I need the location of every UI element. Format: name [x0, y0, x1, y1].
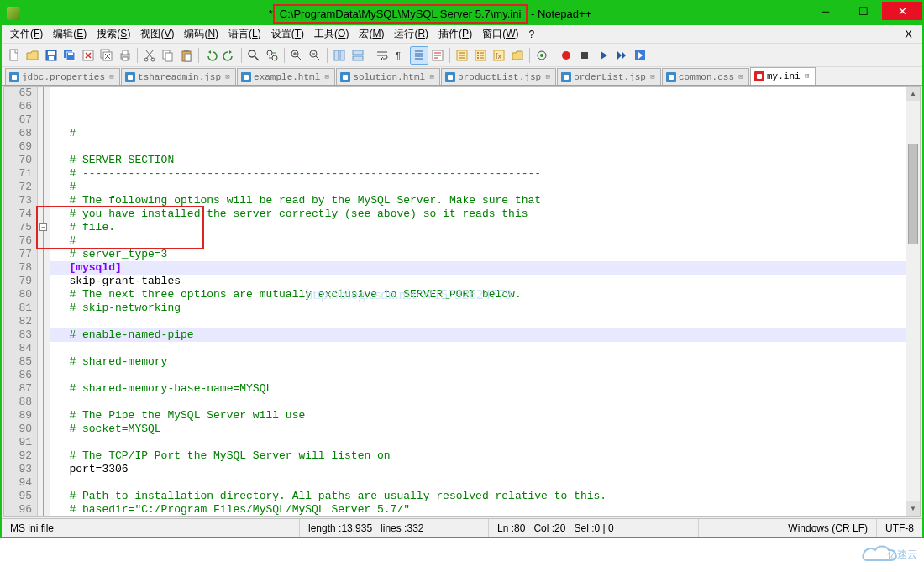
show-all-chars-icon[interactable]: ¶	[391, 46, 410, 65]
tab-close-icon[interactable]: ⊠	[648, 73, 657, 81]
code-line[interactable]: # server_type=3	[50, 248, 906, 261]
code-line[interactable]: [mysqld]	[50, 261, 906, 275]
tab-close-icon[interactable]: ⊠	[428, 73, 436, 81]
doc-map-icon[interactable]	[453, 46, 471, 65]
tab-close-icon[interactable]: ⊠	[223, 73, 232, 81]
menu-F[interactable]: 文件(F)	[5, 25, 48, 43]
redo-icon[interactable]	[220, 46, 239, 65]
tab-jdbc-properties[interactable]: jdbc.properties⊠	[5, 68, 120, 85]
code-line[interactable]: port=3306	[50, 463, 906, 476]
tab-close-icon[interactable]: ⊠	[108, 73, 116, 81]
code-line[interactable]	[50, 436, 906, 449]
code-line[interactable]: #	[50, 181, 906, 194]
tab-close-icon[interactable]: ⊠	[323, 73, 331, 81]
close-button[interactable]: ✕	[882, 2, 922, 20]
tab-close-icon[interactable]: ⊠	[737, 73, 745, 81]
code-line[interactable]	[50, 342, 906, 355]
scroll-up-icon[interactable]: ▲	[906, 87, 920, 101]
menu-T[interactable]: 设置(T)	[266, 25, 309, 43]
tab-productList-jsp[interactable]: productList.jsp⊠	[441, 68, 556, 85]
fold-toggle-icon[interactable]: −	[39, 223, 47, 231]
code-line[interactable]: # Path to installation directory. All pa…	[50, 490, 906, 503]
save-all-icon[interactable]	[60, 46, 79, 65]
close-all-icon[interactable]	[97, 46, 116, 65]
tab-close-icon[interactable]: ⊠	[803, 72, 811, 81]
monitor-icon[interactable]	[533, 46, 551, 65]
menu-M[interactable]: 宏(M)	[354, 25, 389, 43]
code-line[interactable]: # shared-memory	[50, 355, 906, 369]
tab-solution-html[interactable]: solution.html⊠	[336, 68, 440, 85]
code-line[interactable]: # The following options will be read by …	[50, 194, 906, 207]
tab-example-html[interactable]: example.html⊠	[237, 68, 335, 85]
scroll-down-icon[interactable]: ▼	[906, 501, 920, 516]
code-line[interactable]: # basedir="C:/Program Files/MySQL/MySQL …	[50, 503, 906, 516]
wordwrap-icon[interactable]	[373, 46, 391, 65]
code-line[interactable]	[50, 315, 906, 328]
stop-icon[interactable]	[575, 46, 594, 65]
tab-tshareadmin-jsp[interactable]: tshareadmin.jsp⊠	[121, 68, 236, 85]
new-file-icon[interactable]	[5, 46, 24, 65]
indent-guide-icon[interactable]	[410, 46, 428, 65]
record-icon[interactable]	[557, 46, 575, 65]
vertical-scrollbar[interactable]: ▲ ▼	[906, 87, 920, 516]
tab-orderList-jsp[interactable]: orderList.jsp⊠	[557, 68, 661, 85]
zoom-out-icon[interactable]	[306, 46, 324, 65]
code-line[interactable]	[50, 476, 906, 490]
menu-O[interactable]: 工具(O)	[309, 25, 354, 43]
close-file-icon[interactable]	[79, 46, 97, 65]
print-icon[interactable]	[116, 46, 134, 65]
code-line[interactable]	[50, 140, 906, 154]
userlang-icon[interactable]	[428, 46, 447, 65]
save-icon[interactable]	[42, 46, 60, 65]
code-line[interactable]: # shared-memory-base-name=MYSQL	[50, 382, 906, 396]
menu-?[interactable]: ?	[523, 27, 539, 42]
code-line[interactable]: #	[50, 234, 906, 248]
folder-view-icon[interactable]	[508, 46, 527, 65]
menubar-close-x[interactable]: X	[898, 28, 919, 40]
copy-icon[interactable]	[159, 46, 177, 65]
menu-R[interactable]: 运行(R)	[389, 25, 433, 43]
maximize-button[interactable]: ☐	[844, 2, 882, 20]
code-line[interactable]: # skip-networking	[50, 302, 906, 315]
code-line[interactable]: # enable-named-pipe	[50, 328, 906, 342]
scroll-thumb[interactable]	[908, 144, 918, 244]
menu-L[interactable]: 语言(L)	[223, 25, 266, 43]
menu-P[interactable]: 插件(P)	[433, 25, 477, 43]
menu-N[interactable]: 编码(N)	[179, 25, 223, 43]
code-area[interactable]: http://blog.csdn.net/W15732624773 # # SE…	[50, 87, 906, 516]
paste-icon[interactable]	[177, 46, 196, 65]
minimize-button[interactable]: ─	[806, 2, 844, 20]
func-list-icon[interactable]: fx	[490, 46, 508, 65]
tab-common-css[interactable]: common.css⊠	[662, 68, 749, 85]
code-line[interactable]: # The next three options are mutually ex…	[50, 288, 906, 302]
code-line[interactable]: # file.	[50, 221, 906, 234]
tab-my-ini[interactable]: my.ini⊠	[750, 67, 816, 85]
menu-V[interactable]: 视图(V)	[135, 25, 179, 43]
replace-icon[interactable]	[263, 46, 281, 65]
code-line[interactable]	[50, 369, 906, 382]
open-file-icon[interactable]	[24, 46, 42, 65]
code-line[interactable]: # you have installed the server correctl…	[50, 207, 906, 221]
undo-icon[interactable]	[202, 46, 220, 65]
code-line[interactable]: # socket=MYSQL	[50, 422, 906, 436]
sync-v-icon[interactable]	[330, 46, 349, 65]
code-line[interactable]: skip-grant-tables	[50, 275, 906, 288]
code-line[interactable]	[50, 396, 906, 409]
code-line[interactable]: # The TCP/IP Port the MySQL Server will …	[50, 449, 906, 463]
cut-icon[interactable]	[140, 46, 159, 65]
menu-E[interactable]: 编辑(E)	[48, 25, 92, 43]
code-line[interactable]: # The Pipe the MySQL Server will use	[50, 409, 906, 422]
find-icon[interactable]	[244, 46, 263, 65]
code-line[interactable]: # --------------------------------------…	[50, 167, 906, 181]
menu-W[interactable]: 窗口(W)	[477, 25, 523, 43]
tab-close-icon[interactable]: ⊠	[543, 73, 552, 81]
play-multi-icon[interactable]	[612, 46, 631, 65]
code-line[interactable]: #	[50, 127, 906, 140]
menu-S[interactable]: 搜索(S)	[92, 25, 135, 43]
play-icon[interactable]	[594, 46, 612, 65]
save-macro-icon[interactable]	[631, 46, 649, 65]
doc-list-icon[interactable]	[471, 46, 490, 65]
code-line[interactable]: # SERVER SECTION	[50, 154, 906, 167]
sync-h-icon[interactable]	[349, 46, 367, 65]
zoom-in-icon[interactable]	[287, 46, 306, 65]
